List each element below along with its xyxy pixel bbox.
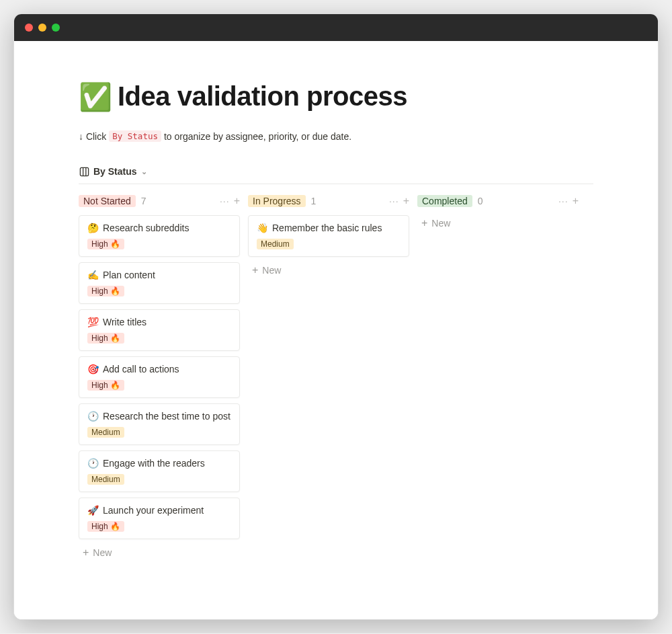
priority-tag: High 🔥 (87, 333, 124, 344)
card[interactable]: 🕐Research the best time to postMedium (79, 403, 240, 445)
window-titlebar (14, 14, 658, 41)
column-in_progress: In Progress1···+👋Remember the basic rule… (248, 194, 409, 278)
card-title: 🕐Engage with the readers (87, 458, 231, 469)
column-count: 1 (311, 196, 317, 206)
card-title: 🎯Add call to actions (87, 364, 231, 374)
add-card-icon[interactable]: + (403, 196, 409, 206)
card-emoji-icon: 🎯 (87, 364, 99, 374)
plus-icon: + (252, 265, 258, 276)
card[interactable]: 👋Remember the basic rulesMedium (248, 215, 409, 257)
more-icon[interactable]: ··· (558, 196, 569, 206)
plus-icon: + (83, 547, 89, 558)
window-minimize-button[interactable] (38, 24, 46, 32)
card-emoji-icon: ✍️ (87, 270, 99, 280)
card[interactable]: ✍️Plan contentHigh 🔥 (79, 262, 240, 304)
page-title: ✅ Idea validation process (79, 81, 593, 112)
card-title: 🚀Launch your experiment (87, 505, 231, 516)
card-emoji-icon: 💯 (87, 317, 99, 327)
view-switcher[interactable]: By Status ⌄ (79, 166, 593, 184)
plus-icon: + (421, 218, 427, 229)
add-card-icon[interactable]: + (234, 196, 240, 206)
card-title: ✍️Plan content (87, 270, 231, 280)
column-label[interactable]: In Progress (248, 195, 306, 207)
card-emoji-icon: 🤔 (87, 223, 99, 233)
card[interactable]: 🚀Launch your experimentHigh 🔥 (79, 498, 240, 539)
priority-tag: Medium (257, 239, 294, 249)
card-title-text: Remember the basic rules (272, 223, 382, 233)
column-label[interactable]: Completed (417, 195, 472, 207)
svg-rect-0 (80, 167, 88, 175)
new-card-label: New (262, 265, 281, 276)
priority-tag: High 🔥 (87, 239, 124, 249)
column-actions: ···+ (389, 196, 409, 206)
subtitle-pill: By Status (109, 130, 161, 142)
card-title-text: Launch your experiment (103, 505, 204, 516)
window-close-button[interactable] (25, 24, 33, 32)
page-content: ✅ Idea validation process ↓ Click By Sta… (14, 41, 658, 619)
card-emoji-icon: 👋 (257, 223, 268, 233)
column-header: Completed0···+ (417, 194, 579, 208)
board-icon (79, 166, 89, 177)
card-title: 🕐Research the best time to post (87, 411, 231, 422)
card-title-text: Research subreddits (103, 223, 189, 233)
page-emoji-icon[interactable]: ✅ (79, 83, 112, 110)
card-title: 🤔Research subreddits (87, 223, 231, 233)
view-label: By Status (93, 166, 137, 177)
column-label[interactable]: Not Started (79, 195, 136, 207)
page-title-text[interactable]: Idea validation process (118, 81, 407, 112)
new-card-button[interactable]: +New (417, 215, 579, 231)
subtitle-suffix: to organize by assignee, priority, or du… (164, 131, 351, 142)
column-actions: ···+ (558, 196, 579, 206)
priority-tag: High 🔥 (87, 286, 124, 296)
priority-tag: Medium (87, 427, 124, 438)
card-title: 👋Remember the basic rules (257, 223, 401, 233)
card-emoji-icon: 🕐 (87, 411, 99, 422)
more-icon[interactable]: ··· (389, 196, 399, 206)
card[interactable]: 🎯Add call to actionsHigh 🔥 (79, 356, 240, 398)
priority-tag: Medium (87, 474, 124, 485)
card-title-text: Engage with the readers (103, 458, 205, 469)
new-card-button[interactable]: +New (79, 545, 240, 561)
priority-tag: High 🔥 (87, 380, 124, 391)
column-header: In Progress1···+ (248, 194, 409, 208)
window-maximize-button[interactable] (52, 24, 60, 32)
card-emoji-icon: 🕐 (87, 458, 99, 469)
card[interactable]: 💯Write titlesHigh 🔥 (79, 309, 240, 351)
column-actions: ···+ (220, 196, 240, 206)
card-emoji-icon: 🚀 (87, 505, 99, 516)
card-title-text: Plan content (103, 270, 155, 280)
column-header: Not Started7···+ (79, 194, 240, 208)
page-subtitle: ↓ Click By Status to organize by assigne… (79, 130, 593, 142)
new-card-button[interactable]: +New (248, 262, 409, 278)
card[interactable]: 🤔Research subredditsHigh 🔥 (79, 215, 240, 257)
column-count: 0 (478, 196, 483, 206)
app-window: ✅ Idea validation process ↓ Click By Sta… (13, 13, 659, 620)
chevron-down-icon: ⌄ (141, 167, 147, 176)
new-card-label: New (431, 218, 450, 229)
card-title-text: Add call to actions (103, 364, 179, 374)
card[interactable]: 🕐Engage with the readersMedium (79, 450, 240, 492)
priority-tag: High 🔥 (87, 521, 124, 532)
new-card-label: New (93, 547, 112, 558)
column-not_started: Not Started7···+🤔Research subredditsHigh… (79, 194, 240, 561)
card-title-text: Write titles (103, 317, 146, 327)
board: Not Started7···+🤔Research subredditsHigh… (79, 194, 593, 561)
column-count: 7 (141, 196, 146, 206)
card-title: 💯Write titles (87, 317, 231, 327)
add-card-icon[interactable]: + (573, 196, 579, 206)
card-title-text: Research the best time to post (103, 411, 230, 422)
column-completed: Completed0···++New (417, 194, 579, 231)
more-icon[interactable]: ··· (220, 196, 230, 206)
subtitle-prefix: ↓ Click (79, 131, 106, 142)
